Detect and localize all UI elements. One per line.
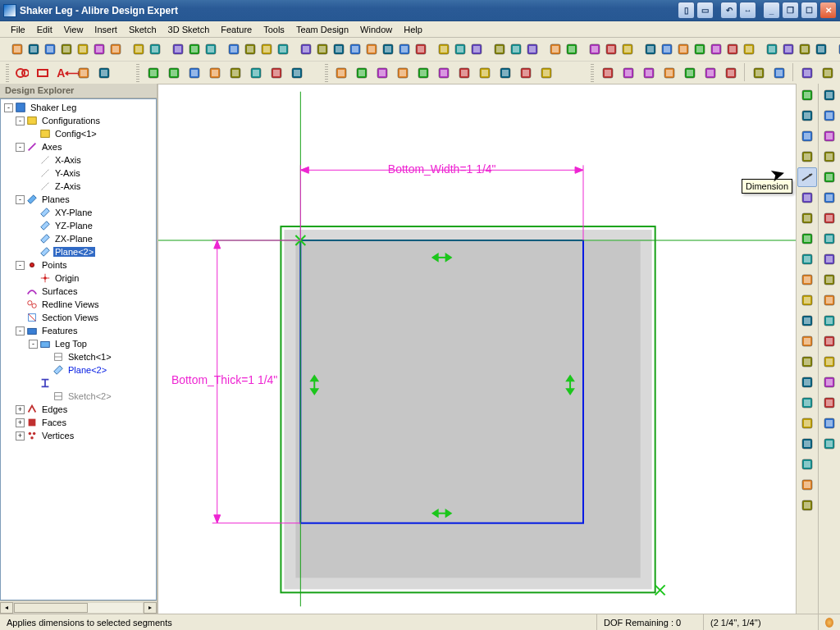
tb1-mir-button[interactable] xyxy=(492,40,507,59)
menu-3d-sketch[interactable]: 3D Sketch xyxy=(162,23,216,36)
render-shd2-button[interactable] xyxy=(660,63,678,82)
sk-select-button[interactable] xyxy=(797,85,817,105)
sk-circle-button[interactable] xyxy=(797,208,817,228)
sk-mirror-button[interactable] xyxy=(797,475,817,495)
sk-rect-button[interactable] xyxy=(797,249,817,269)
sk-line-button[interactable] xyxy=(797,126,817,146)
scroll-left-button[interactable]: ◂ xyxy=(0,602,13,614)
tb1-v1-button[interactable] xyxy=(643,40,658,59)
tb1-chm-button[interactable] xyxy=(469,40,484,59)
tree-node-faces[interactable]: +Faces xyxy=(2,416,154,429)
tb1-paste-button[interactable] xyxy=(108,40,123,59)
tb1-ext-button[interactable] xyxy=(299,40,313,59)
close-button[interactable]: ✕ xyxy=(819,2,837,19)
render-shd4-button[interactable] xyxy=(701,63,719,82)
ft-section-button[interactable] xyxy=(819,372,839,392)
tb1-hd2-button[interactable] xyxy=(620,40,635,59)
tb1-shl-button[interactable] xyxy=(364,40,379,59)
tree-node-z-axis[interactable]: Z-Axis xyxy=(2,180,154,193)
scroll-right-button[interactable]: ▸ xyxy=(144,602,157,614)
render-plane3-button[interactable] xyxy=(769,63,788,82)
tree-node-edges[interactable]: +Edges xyxy=(2,403,154,416)
tb1-redo-button[interactable] xyxy=(148,40,162,59)
analyze-circle2-button[interactable] xyxy=(13,63,32,82)
render-wf-button[interactable] xyxy=(598,63,617,82)
tb1-hol-button[interactable] xyxy=(413,40,428,59)
tb1-v2-button[interactable] xyxy=(660,40,674,59)
param-cfg2-button[interactable] xyxy=(185,63,203,82)
render-exp1-button[interactable] xyxy=(797,63,816,82)
toolbar-grip[interactable] xyxy=(136,64,139,82)
design-tree[interactable]: -Shaker Leg-ConfigurationsConfig<1>-Axes… xyxy=(0,98,157,600)
tb1-copy-button[interactable] xyxy=(92,40,107,59)
sk-wall-button[interactable] xyxy=(797,495,817,515)
tb1-patl-button[interactable] xyxy=(509,40,523,59)
menu-feature[interactable]: Feature xyxy=(215,23,258,36)
tree-node-zx-plane[interactable]: ZX-Plane xyxy=(2,232,154,245)
param-cfg3-button[interactable] xyxy=(205,63,224,82)
render-shd-button[interactable] xyxy=(639,63,658,82)
tree-node-config1[interactable]: Config<1> xyxy=(2,127,154,140)
tree-node-x-axis[interactable]: X-Axis xyxy=(2,153,154,167)
tree-scrollbar[interactable]: ◂ ▸ xyxy=(0,600,157,614)
ft-cut-button[interactable] xyxy=(819,126,839,146)
dimension-thick-label[interactable]: Bottom_Thick=1 1/4" xyxy=(171,373,277,386)
sketch-canvas[interactable]: Bottom_Width=1 1/4" Bottom_Thick=1 1/4" xyxy=(158,84,796,614)
tb1-axis-button[interactable] xyxy=(226,40,241,59)
tree-expander[interactable]: - xyxy=(16,326,25,336)
analyze-A-button[interactable]: A⟷ xyxy=(54,63,73,82)
ft-fx-button[interactable] xyxy=(819,413,839,433)
ft-axisf-button[interactable] xyxy=(819,311,839,331)
sk-spline-button[interactable] xyxy=(797,270,817,290)
tree-node-configurations[interactable]: -Configurations xyxy=(2,114,154,127)
ft-extrude-button[interactable] xyxy=(819,85,839,105)
ft-rib-button[interactable] xyxy=(819,290,839,310)
sk-gear-button[interactable] xyxy=(797,311,817,331)
tree-node-sketch1[interactable]: Sketch<1> xyxy=(2,350,154,363)
tree-node-planes[interactable]: -Planes xyxy=(2,193,154,206)
sk-capture-button[interactable] xyxy=(797,331,817,351)
tree-expander[interactable]: + xyxy=(16,431,25,441)
view-sel-button[interactable] xyxy=(332,63,351,82)
sk-point-button[interactable] xyxy=(797,290,817,310)
menu-help[interactable]: Help xyxy=(398,23,428,36)
tb1-v5-button[interactable] xyxy=(709,40,724,59)
ft-revolve-button[interactable] xyxy=(819,106,839,126)
ft-measure-button[interactable] xyxy=(819,393,839,413)
tb1-rib-button[interactable] xyxy=(436,40,451,59)
render-shd5-button[interactable] xyxy=(721,63,740,82)
param-ax2-button[interactable] xyxy=(164,63,183,82)
menu-tools[interactable]: Tools xyxy=(258,23,290,36)
ft-shell-button[interactable] xyxy=(819,188,839,208)
tb1-pt3-button[interactable] xyxy=(259,40,274,59)
tree-node-y-axis[interactable]: Y-Axis xyxy=(2,167,154,180)
sk-info-button[interactable] xyxy=(797,454,817,474)
tree-expander[interactable]: - xyxy=(16,261,25,270)
ft-planef-button[interactable] xyxy=(819,331,839,351)
sk-curve-button[interactable] xyxy=(797,229,817,249)
tree-expander[interactable]: - xyxy=(16,143,25,152)
tb1-c2-button[interactable] xyxy=(781,40,796,59)
tb1-msr-button[interactable] xyxy=(564,40,579,59)
menu-insert[interactable]: Insert xyxy=(89,23,123,36)
tree-node-plane2[interactable]: Plane<2> xyxy=(2,245,154,258)
tb1-v6-button[interactable] xyxy=(725,40,740,59)
menu-sketch[interactable]: Sketch xyxy=(123,23,162,36)
toolbar-grip[interactable] xyxy=(325,64,328,82)
sk-fillet-button[interactable] xyxy=(797,188,817,208)
analyze-rect2-button[interactable] xyxy=(34,63,52,82)
ft-hole-button[interactable] xyxy=(819,208,839,228)
tree-expander[interactable]: - xyxy=(16,116,25,126)
view-proj-button[interactable] xyxy=(476,63,495,82)
sk-cross-button[interactable] xyxy=(797,372,817,392)
ft-pattern-button[interactable] xyxy=(819,249,839,269)
sk-line2-button[interactable] xyxy=(797,147,817,167)
ft-convert-button[interactable] xyxy=(819,229,839,249)
ft-loft-button[interactable] xyxy=(819,167,839,187)
dimension-width-label[interactable]: Bottom_Width=1 1/4" xyxy=(388,162,496,176)
menu-edit[interactable]: Edit xyxy=(31,23,58,36)
tb1-plane-button[interactable] xyxy=(243,40,258,59)
render-shd3-button[interactable] xyxy=(680,63,699,82)
scroll-track[interactable] xyxy=(13,602,144,614)
render-exp2-button[interactable] xyxy=(818,63,837,82)
